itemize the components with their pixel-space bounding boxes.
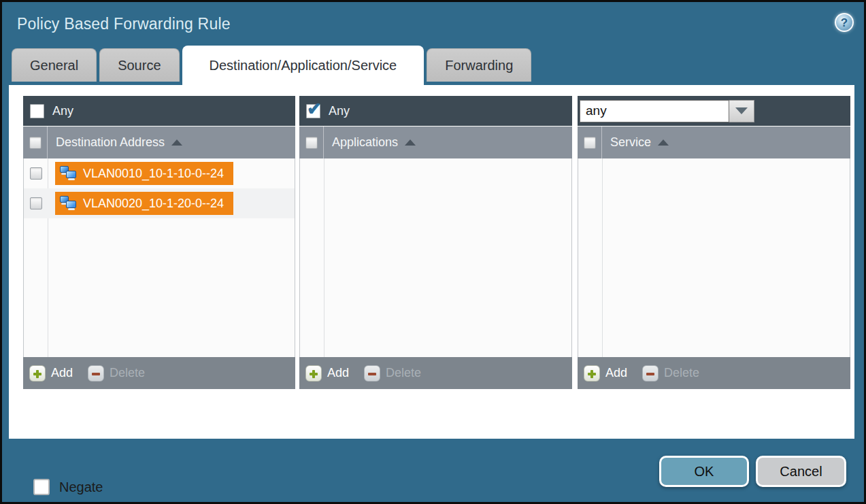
row-checkbox-vlan0020[interactable] <box>30 197 42 209</box>
applications-delete-button[interactable]: Delete <box>364 365 421 382</box>
delete-minus-icon <box>642 365 659 382</box>
row-checkbox-cell <box>24 158 48 188</box>
destination-footer-bar: Add Delete <box>23 357 295 389</box>
row-checkbox-cell <box>24 188 48 218</box>
applications-column: ✔ Any Applications Add <box>299 96 572 389</box>
service-footer-bar: Add Delete <box>578 357 850 389</box>
delete-minus-icon <box>364 365 380 382</box>
help-question-glyph: ? <box>841 17 848 29</box>
sort-ascending-icon <box>405 139 416 146</box>
applications-add-button[interactable]: Add <box>305 365 349 382</box>
policy-based-forwarding-dialog: Policy Based Forwarding Rule ? General S… <box>0 0 866 504</box>
applications-list <box>299 158 572 357</box>
applications-any-checkbox[interactable]: ✔ <box>306 104 320 118</box>
tab-content-panel: Any Destination Address <box>9 85 854 439</box>
table-row: VLAN0020_10-1-20-0--24 <box>24 188 295 218</box>
delete-button-label: Delete <box>110 366 145 380</box>
destination-add-button[interactable]: Add <box>29 365 73 382</box>
negate-checkbox[interactable] <box>33 479 50 495</box>
service-header-checkbox-cell <box>578 127 602 158</box>
service-select-all-checkbox[interactable] <box>584 137 596 149</box>
service-header-row: Service <box>578 126 850 158</box>
column-divider <box>602 158 603 357</box>
destination-select-all-checkbox[interactable] <box>29 137 41 149</box>
applications-any-bar: ✔ Any <box>299 96 572 126</box>
network-address-icon <box>59 196 78 211</box>
add-button-label: Add <box>327 366 349 380</box>
destination-address-list: VLAN0010_10-1-10-0--24 VLAN0020_10-1-20-… <box>23 158 295 357</box>
service-list <box>578 158 850 357</box>
service-header-label: Service <box>610 135 651 150</box>
network-address-icon <box>59 166 78 181</box>
service-any-bar: any <box>578 96 850 126</box>
delete-minus-icon <box>88 365 104 382</box>
destination-address-column-header[interactable]: Destination Address <box>56 135 182 150</box>
service-dropdown-value[interactable]: any <box>580 100 729 122</box>
service-column: any Service <box>578 96 850 389</box>
add-button-label: Add <box>605 366 627 380</box>
add-button-label: Add <box>51 366 73 380</box>
help-icon[interactable]: ? <box>835 13 854 32</box>
applications-select-all-checkbox[interactable] <box>305 137 318 149</box>
delete-button-label: Delete <box>664 366 699 380</box>
service-add-button[interactable]: Add <box>584 365 627 382</box>
tab-destination-application-service[interactable]: Destination/Application/Service <box>182 46 424 85</box>
add-plus-icon <box>584 365 600 382</box>
dialog-title: Policy Based Forwarding Rule <box>17 15 231 33</box>
service-delete-button[interactable]: Delete <box>642 365 699 382</box>
checkmark-icon: ✔ <box>307 99 322 120</box>
tab-source[interactable]: Source <box>99 48 179 82</box>
service-dropdown: any <box>580 100 754 122</box>
destination-address-header-label: Destination Address <box>56 135 165 150</box>
column-divider <box>324 158 324 357</box>
negate-label: Negate <box>59 480 103 495</box>
row-checkbox-vlan0010[interactable] <box>30 167 42 180</box>
add-plus-icon <box>305 365 322 382</box>
applications-any-label: Any <box>329 104 350 118</box>
tab-general[interactable]: General <box>12 48 97 82</box>
negate-option: Negate <box>33 479 103 495</box>
applications-header-checkbox-cell <box>299 127 324 158</box>
applications-header-label: Applications <box>332 135 398 150</box>
destination-any-bar: Any <box>23 96 295 126</box>
delete-button-label: Delete <box>386 366 421 380</box>
service-dropdown-button[interactable] <box>729 100 754 122</box>
ok-button[interactable]: OK <box>659 456 749 487</box>
destination-address-column: Any Destination Address <box>23 96 295 389</box>
destination-header-checkbox-cell <box>23 127 48 158</box>
address-entry-vlan0010[interactable]: VLAN0010_10-1-10-0--24 <box>55 162 233 185</box>
cancel-button[interactable]: Cancel <box>756 456 846 487</box>
address-entry-vlan0020[interactable]: VLAN0020_10-1-20-0--24 <box>55 192 233 215</box>
service-column-header[interactable]: Service <box>610 135 669 150</box>
sort-ascending-icon <box>658 139 669 146</box>
table-row: VLAN0010_10-1-10-0--24 <box>24 158 295 188</box>
sort-ascending-icon <box>171 139 182 146</box>
destination-delete-button[interactable]: Delete <box>88 365 145 382</box>
destination-any-checkbox[interactable] <box>30 104 44 118</box>
address-entry-label: VLAN0020_10-1-20-0--24 <box>83 197 224 211</box>
chevron-down-icon <box>735 107 748 114</box>
applications-header-row: Applications <box>299 126 572 158</box>
applications-footer-bar: Add Delete <box>299 357 572 389</box>
address-entry-label: VLAN0010_10-1-10-0--24 <box>83 167 224 181</box>
destination-address-header-row: Destination Address <box>23 126 295 158</box>
destination-any-label: Any <box>52 104 73 118</box>
tab-bar: General Source Destination/Application/S… <box>12 46 534 85</box>
tab-forwarding[interactable]: Forwarding <box>427 48 531 82</box>
applications-column-header[interactable]: Applications <box>332 135 416 150</box>
add-plus-icon <box>29 365 46 382</box>
